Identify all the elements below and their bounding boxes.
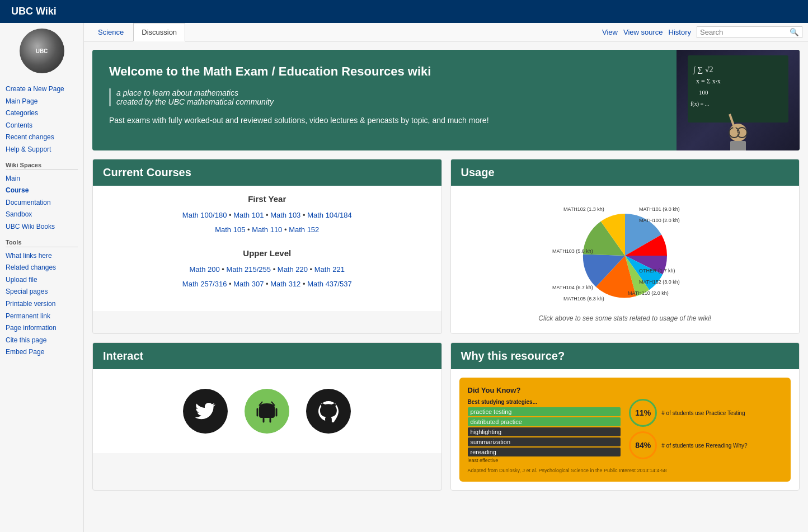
- why-body: Did You Know? Best studying strategies..…: [451, 369, 800, 490]
- usage-card: Usage: [450, 159, 800, 334]
- tool-what-links-here[interactable]: What links here: [6, 250, 78, 262]
- nav-link-categories[interactable]: Categories: [6, 107, 78, 120]
- nav-section-wikispaces: Wiki Spaces MainCourseDocumentationSandb…: [6, 162, 78, 233]
- course-separator: •: [264, 211, 270, 219]
- strategy-distributed-practice: distributed practice: [468, 417, 621, 426]
- nav-section-tools: Tools What links hereRelated changesUplo…: [6, 239, 78, 359]
- github-button[interactable]: [306, 389, 351, 434]
- tool-page-information[interactable]: Page information: [6, 322, 78, 335]
- tool-embed-page[interactable]: Embed Page: [6, 346, 78, 359]
- course-link-math-257-316[interactable]: Math 257/316: [182, 280, 227, 288]
- tab-discussion[interactable]: Discussion: [133, 23, 185, 41]
- upper-level-row1: Math 200 • Math 215/255 • Math 220 • Mat…: [101, 262, 433, 277]
- tab-science[interactable]: Science: [90, 23, 132, 41]
- chart-caption: Click above to see some stats related to…: [538, 314, 711, 322]
- nav-link-contents[interactable]: Contents: [6, 120, 78, 132]
- course-link-math-100-180[interactable]: Math 100/180: [182, 211, 227, 219]
- tool-upload-file[interactable]: Upload file: [6, 274, 78, 286]
- two-col-bottom: Interact: [92, 342, 800, 491]
- usage-chart[interactable]: MATH101 (9.0 kh) MATH100 (2.0 kh) OTHER …: [547, 197, 703, 309]
- wiki-spaces: MainCourseDocumentationSandboxUBC Wiki B…: [6, 173, 78, 233]
- nav-link-create-a-new-page[interactable]: Create a New Page: [6, 83, 78, 96]
- tool-printable-version[interactable]: Printable version: [6, 298, 78, 310]
- tool-cite-this-page[interactable]: Cite this page: [6, 335, 78, 347]
- android-button[interactable]: [245, 389, 289, 434]
- nav-link-help-&-support[interactable]: Help & Support: [6, 144, 78, 156]
- stat1-circle: 11%: [629, 399, 657, 427]
- wiki-space-sandbox[interactable]: Sandbox: [6, 209, 78, 221]
- history-link[interactable]: History: [669, 28, 691, 36]
- upper-level-section: Upper Level Math 200 • Math 215/255 • Ma…: [101, 248, 433, 291]
- upper-level-row2: Math 257/316 • Math 307 • Math 312 • Mat…: [101, 277, 433, 291]
- tool-special-pages[interactable]: Special pages: [6, 286, 78, 298]
- course-link-math-221[interactable]: Math 221: [314, 265, 345, 274]
- course-separator: •: [300, 280, 307, 288]
- hero-description: Past exams with fully worked-out and rev…: [109, 115, 660, 126]
- course-link-math-437-537[interactable]: Math 437/537: [307, 280, 352, 288]
- svg-rect-9: [730, 141, 746, 150]
- interact-title: Interact: [103, 350, 431, 362]
- pie-chart-svg: MATH101 (9.0 kh) MATH100 (2.0 kh) OTHER …: [547, 197, 703, 309]
- stat2-row: 84% # of students use Rereading Why?: [629, 431, 782, 459]
- course-link-math-220[interactable]: Math 220: [278, 265, 308, 274]
- upper-level-title: Upper Level: [101, 248, 433, 258]
- course-link-math-103[interactable]: Math 103: [270, 211, 300, 219]
- tool-related-changes[interactable]: Related changes: [6, 262, 78, 274]
- svg-text:OTHER (1.7 kh): OTHER (1.7 kh): [639, 268, 675, 274]
- why-header: Why this resource?: [451, 343, 800, 369]
- sidebar: UBC Create a New PageMain PageCategories…: [0, 23, 84, 532]
- nav-link-recent-changes[interactable]: Recent changes: [6, 131, 78, 144]
- nav-link-main-page[interactable]: Main Page: [6, 96, 78, 108]
- first-year-section: First Year Math 100/180 • Math 101 • Mat…: [101, 194, 433, 237]
- wiki-space-ubc-wiki-books[interactable]: UBC Wiki Books: [6, 221, 78, 233]
- course-link-math-152[interactable]: Math 152: [289, 225, 319, 234]
- tagline-line2: created by the UBC mathematical communit…: [116, 97, 274, 106]
- page-tabs: Science Discussion: [90, 23, 186, 41]
- course-link-math-101[interactable]: Math 101: [233, 211, 264, 219]
- hero-title: Welcome to the Math Exam / Education Res…: [109, 64, 660, 80]
- twitter-button[interactable]: [183, 389, 228, 434]
- least-effective-label: least effective: [468, 458, 621, 463]
- stat1-label: # of students use Practice Testing: [661, 410, 745, 416]
- usage-header: Usage: [451, 159, 800, 186]
- view-link[interactable]: View: [602, 28, 618, 36]
- search-button[interactable]: 🔍: [790, 28, 799, 36]
- usage-title: Usage: [461, 166, 790, 179]
- wiki-space-documentation[interactable]: Documentation: [6, 197, 78, 209]
- tool-permanent-link[interactable]: Permanent link: [6, 310, 78, 323]
- main-content: Science Discussion View View source Hist…: [84, 23, 808, 532]
- logo-area: UBC: [6, 29, 78, 75]
- course-link-math-200[interactable]: Math 200: [190, 265, 220, 274]
- course-link-math-215-255[interactable]: Math 215/255: [227, 265, 271, 274]
- search-input[interactable]: [700, 28, 790, 36]
- android-icon: [255, 399, 279, 423]
- course-separator: •: [271, 265, 278, 274]
- interact-header: Interact: [93, 343, 441, 369]
- course-separator: •: [264, 280, 270, 288]
- svg-text:MATH102 (1.3 kh): MATH102 (1.3 kh): [563, 206, 604, 212]
- infographic-content: Best studying strategies... practice tes…: [468, 399, 783, 463]
- hero-image: ∫ ∑ √2 x = Σ x·x 100 f(x) = ...: [677, 50, 800, 150]
- svg-text:MATH100 (2.0 kh): MATH100 (2.0 kh): [639, 218, 680, 223]
- wiki-space-main[interactable]: Main: [6, 173, 78, 185]
- tools-title: Tools: [6, 239, 78, 247]
- viewsource-link[interactable]: View source: [623, 28, 663, 36]
- search-box: 🔍: [697, 26, 802, 38]
- svg-text:MATH101 (9.0 kh): MATH101 (9.0 kh): [639, 206, 680, 212]
- svg-text:MATH104 (6.7 kh): MATH104 (6.7 kh): [552, 285, 593, 290]
- wiki-space-course[interactable]: Course: [6, 185, 78, 197]
- course-separator: •: [282, 225, 289, 234]
- course-link-math-104-184[interactable]: Math 104/184: [307, 211, 352, 219]
- course-separator: •: [227, 211, 233, 219]
- course-link-math-307[interactable]: Math 307: [233, 280, 264, 288]
- why-title: Why this resource?: [461, 350, 790, 362]
- svg-text:x = Σ x·x: x = Σ x·x: [696, 77, 721, 85]
- courses-card: Current Courses First Year Math 100/180 …: [92, 159, 442, 334]
- course-link-math-105[interactable]: Math 105: [215, 225, 245, 234]
- course-separator: •: [308, 265, 314, 274]
- site-title: UBC Wiki: [11, 6, 57, 17]
- course-link-math-110[interactable]: Math 110: [252, 225, 282, 234]
- attribution: Adapted from Dunlosky, J et al. Psycholo…: [468, 468, 783, 473]
- course-link-math-312[interactable]: Math 312: [270, 280, 300, 288]
- did-you-know: Did You Know?: [468, 386, 783, 394]
